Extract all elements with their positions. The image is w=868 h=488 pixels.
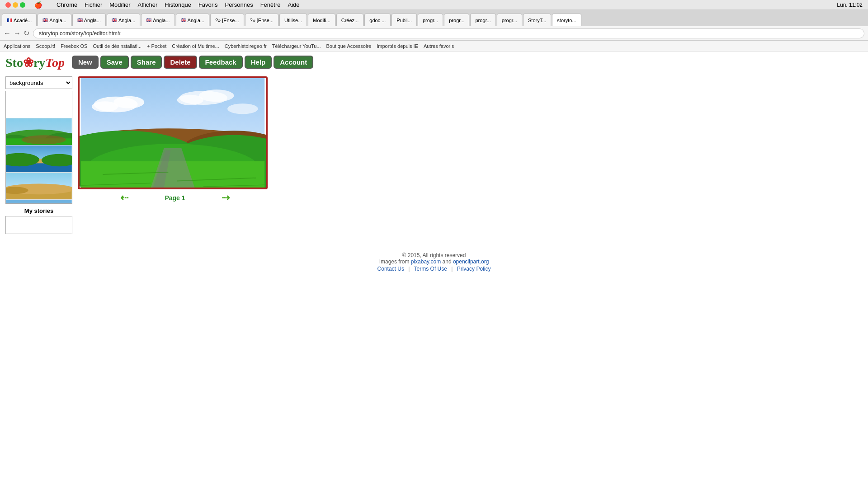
bookmark-autres[interactable]: Autres favoris: [424, 43, 454, 49]
page-controls: ⇠ Page 1 ⇢: [78, 192, 272, 204]
app-logo: Sto❀ryTop: [5, 55, 65, 70]
backgrounds-dropdown[interactable]: backgrounds characters objects text: [5, 76, 72, 89]
contact-us-link[interactable]: Contact Us: [377, 266, 404, 272]
footer: © 2015, All rights reserved Images from …: [5, 252, 863, 272]
feedback-button[interactable]: Feedback: [199, 56, 243, 69]
back-button[interactable]: ←: [4, 29, 11, 38]
svg-rect-15: [6, 200, 72, 204]
mac-close-dot[interactable]: [5, 2, 11, 8]
thumbnail-landscape2[interactable]: [6, 145, 72, 173]
reload-button[interactable]: ↻: [24, 29, 29, 38]
tab-4[interactable]: 🇬🇧Angla...: [141, 14, 175, 26]
mac-menu-items: Chrome Fichier Modifier Afficher Histori…: [57, 1, 300, 8]
svg-point-25: [92, 101, 118, 112]
bookmark-creation[interactable]: Création of Multime...: [172, 43, 219, 49]
tab-17[interactable]: StoryT...: [523, 14, 551, 26]
logo-story: Sto: [5, 56, 23, 70]
tab-9[interactable]: Modifi...: [308, 14, 335, 26]
page-label: Page 1: [165, 194, 185, 202]
thumbnail-landscape4[interactable]: [6, 200, 72, 204]
new-button[interactable]: New: [72, 56, 99, 69]
bookmark-pocket[interactable]: + Pocket: [147, 43, 166, 49]
main-canvas-area: ⇠ Page 1 ⇢: [78, 76, 272, 234]
mac-time: Lun. 11:02: [837, 2, 863, 8]
tab-11[interactable]: gdoc....: [364, 14, 391, 26]
menu-historique[interactable]: Historique: [165, 1, 191, 8]
bookmark-freebox[interactable]: Freebox OS: [61, 43, 87, 49]
bookmark-outil[interactable]: Outil de désinstallati...: [93, 43, 142, 49]
share-button[interactable]: Share: [131, 56, 162, 69]
svg-point-27: [199, 89, 234, 102]
tab-12[interactable]: Publi...: [392, 14, 417, 26]
logo-top: Top: [45, 56, 65, 70]
menu-favoris[interactable]: Favoris: [198, 1, 218, 8]
my-stories-label: My stories: [5, 207, 72, 214]
bookmark-applications[interactable]: Applications: [4, 43, 30, 49]
logo-flower-icon: ❀: [23, 56, 33, 70]
bookmark-importes[interactable]: Importés depuis IE: [377, 43, 418, 49]
tab-10[interactable]: Créez...: [336, 14, 364, 26]
left-panel: backgrounds characters objects text: [5, 76, 72, 234]
menu-afficher[interactable]: Afficher: [138, 1, 158, 8]
menu-fenetre[interactable]: Fenêtre: [260, 1, 281, 8]
tab-15[interactable]: progr...: [470, 14, 495, 26]
bookmark-cyber[interactable]: Cyberhistoiregeo.fr: [225, 43, 267, 49]
footer-openclipart-link[interactable]: openclipart.org: [453, 258, 489, 265]
thumbnail-list: [5, 91, 72, 204]
tab-1[interactable]: 🇬🇧Angla...: [38, 14, 71, 26]
footer-links: Contact Us | Terms Of Use | Privacy Poli…: [5, 266, 863, 272]
privacy-policy-link[interactable]: Privacy Policy: [457, 266, 491, 272]
bookmark-telechargeur[interactable]: Téléchargeur YouTu...: [272, 43, 321, 49]
thumbnail-landscape1[interactable]: [6, 118, 72, 145]
footer-images: Images from pixabay.com and openclipart.…: [5, 258, 863, 265]
tab-14[interactable]: progr...: [444, 14, 469, 26]
url-input[interactable]: storytop.com/story/top/editor.htm#: [33, 28, 864, 38]
menu-modifier[interactable]: Modifier: [109, 1, 130, 8]
mac-apple-icon[interactable]: 🍎: [34, 1, 42, 9]
my-stories-box: [5, 216, 72, 234]
svg-point-24: [113, 96, 144, 108]
mac-menu-bar: 🍎 Chrome Fichier Modifier Afficher Histo…: [0, 0, 868, 10]
menu-aide[interactable]: Aide: [288, 1, 299, 8]
tab-8[interactable]: Utilise...: [279, 14, 307, 26]
chrome-tab-bar: 🇫🇷Acadé... 🇬🇧Angla... 🇬🇧Angla... 🇬🇧Angla…: [0, 10, 868, 26]
bookmarks-bar: Applications Scoop.it! Freebox OS Outil …: [0, 41, 868, 52]
app-area: Sto❀ryTop New Save Share Delete Feedback…: [0, 52, 868, 276]
footer-copyright: © 2015, All rights reserved: [5, 252, 863, 258]
mac-traffic-lights[interactable]: [5, 2, 25, 8]
bookmark-boutique[interactable]: Boutique Accessoire: [326, 43, 372, 49]
delete-button[interactable]: Delete: [164, 56, 197, 69]
logo-text: Sto❀ryTop: [5, 55, 65, 70]
menu-chrome[interactable]: Chrome: [57, 1, 77, 8]
canvas-frame[interactable]: [78, 76, 268, 189]
tab-3[interactable]: 🇬🇧Angla...: [107, 14, 140, 26]
tab-5[interactable]: 🇬🇧Angla...: [176, 14, 209, 26]
terms-of-use-link[interactable]: Terms Of Use: [414, 266, 447, 272]
menu-personnes[interactable]: Personnes: [225, 1, 253, 8]
bookmark-scoopit[interactable]: Scoop.it!: [36, 43, 55, 49]
help-button[interactable]: Help: [245, 56, 272, 69]
tab-7[interactable]: ?» [Ense...: [245, 14, 279, 26]
forward-button[interactable]: →: [14, 29, 21, 38]
thumbnail-blank[interactable]: [6, 91, 72, 118]
tab-18-active[interactable]: storyto...: [552, 14, 581, 26]
save-button[interactable]: Save: [100, 56, 129, 69]
logo-ry: ry: [33, 56, 45, 70]
svg-point-29: [227, 103, 258, 114]
menu-fichier[interactable]: Fichier: [85, 1, 102, 8]
svg-point-28: [177, 95, 203, 105]
footer-pixabay-link[interactable]: pixabay.com: [411, 258, 441, 265]
tab-16[interactable]: progr...: [497, 14, 522, 26]
tab-2[interactable]: 🇬🇧Angla...: [72, 14, 106, 26]
tab-6[interactable]: ?» [Ense...: [210, 14, 244, 26]
thumbnail-landscape3[interactable]: [6, 173, 72, 200]
tab-0[interactable]: 🇫🇷Acadé...: [2, 14, 37, 26]
next-page-button[interactable]: ⇢: [222, 192, 230, 204]
svg-point-5: [22, 135, 66, 144]
account-button[interactable]: Account: [274, 56, 313, 69]
chrome-address-bar: ← → ↻ storytop.com/story/top/editor.htm#: [0, 26, 868, 41]
tab-13[interactable]: progr...: [418, 14, 443, 26]
prev-page-button[interactable]: ⇠: [120, 192, 128, 204]
mac-fullscreen-dot[interactable]: [20, 2, 25, 8]
mac-minimize-dot[interactable]: [13, 2, 18, 8]
